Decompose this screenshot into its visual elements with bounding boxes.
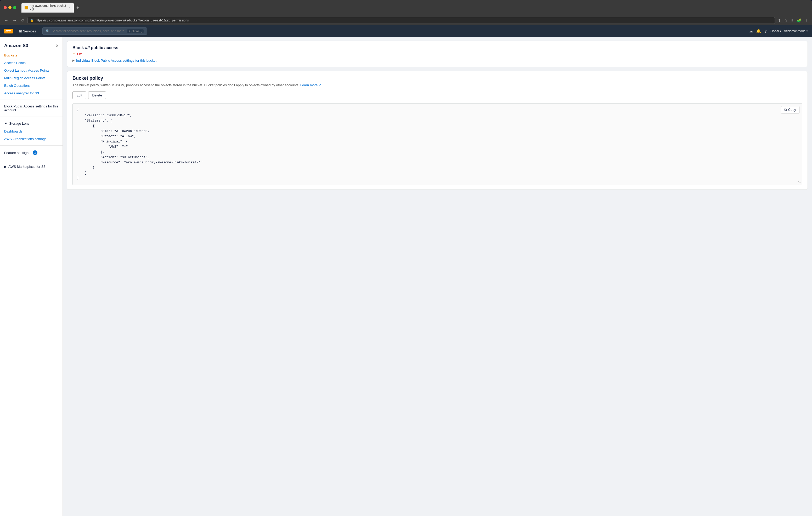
bucket-policy-actions: Edit Delete [72, 91, 802, 99]
header-right-actions: ☁ 🔔 ? Global ▾ thisismahmoud ▾ [749, 29, 808, 33]
tab-close-icon[interactable]: × [69, 6, 70, 9]
block-public-access-card: Block all public access ⚠ Off ▶ Individu… [67, 41, 808, 67]
search-icon: 🔍 [46, 29, 50, 33]
forward-button[interactable]: → [11, 17, 18, 24]
sidebar-storage-lens-items: Dashboards AWS Organizations settings [0, 127, 62, 143]
copy-icon: ⧉ [784, 108, 787, 112]
sidebar-item-access-points[interactable]: Access Points [0, 59, 62, 67]
storage-lens-arrow: ▼ [4, 122, 7, 125]
sidebar-divider-4 [0, 160, 62, 160]
edit-button[interactable]: Edit [72, 91, 86, 99]
maximize-dot[interactable] [13, 6, 16, 9]
sidebar-storage-lens-header[interactable]: ▼ Storage Lens [0, 119, 62, 127]
json-editor-container: ⧉ Copy { "Version": "2008-10-17", "State… [72, 103, 802, 185]
bucket-policy-body: Bucket policy The bucket policy, written… [67, 71, 808, 189]
services-label: Services [23, 29, 36, 33]
bookmark-icon[interactable]: ☆ [783, 18, 788, 23]
nav-icon-group: ⬆ ☆ ⬇ 🧩 ⋮ [777, 18, 809, 23]
sidebar-item-aws-org[interactable]: AWS Organizations settings [0, 135, 62, 143]
sidebar-aws-marketplace[interactable]: ▶ AWS Marketplace for S3 [0, 162, 62, 171]
expand-label: Individual Block Public Access settings … [76, 59, 156, 62]
sidebar-item-object-lambda[interactable]: Object Lambda Access Points [0, 67, 62, 74]
sidebar-close-button[interactable]: × [56, 43, 58, 48]
block-all-em: all [85, 45, 90, 50]
new-tab-button[interactable]: + [75, 5, 80, 10]
sidebar-divider-1 [0, 99, 62, 100]
refresh-button[interactable]: ↻ [20, 17, 25, 24]
download-icon[interactable]: ⬇ [790, 18, 794, 23]
warning-icon: ⚠ [72, 52, 76, 56]
individual-expand-button[interactable]: ▶ Individual Block Public Access setting… [72, 59, 802, 62]
sidebar-title-row: Amazon S3 × [0, 41, 62, 52]
block-public-access-body: Block all public access ⚠ Off ▶ Individu… [67, 41, 808, 67]
region-chevron: ▾ [780, 29, 781, 33]
region-selector[interactable]: Global ▾ [770, 29, 781, 33]
sidebar-item-block-public-access[interactable]: Block Public Access settings for this ac… [0, 102, 62, 114]
search-input[interactable] [52, 29, 125, 33]
learn-more-link[interactable]: Learn more ↗ [300, 83, 321, 87]
copy-button[interactable]: ⧉ Copy [781, 106, 800, 114]
storage-lens-label: Storage Lens [9, 122, 29, 125]
tab-favicon [25, 6, 28, 9]
search-shortcut: [Option+S] [127, 29, 143, 33]
url-text: https://s3.console.aws.amazon.com/s3/buc… [36, 19, 189, 22]
user-label: thisismahmoud [784, 29, 806, 33]
bucket-policy-description: The bucket policy, written in JSON, prov… [72, 83, 802, 88]
copy-label: Copy [788, 108, 796, 112]
aws-logo: aws [4, 29, 13, 33]
external-link-icon: ↗ [319, 83, 321, 87]
delete-button[interactable]: Delete [88, 91, 106, 99]
resize-handle-icon[interactable]: ⤡ [798, 180, 801, 184]
sidebar: Amazon S3 × Buckets Access Points Object… [0, 37, 63, 516]
block-public-access-title: Block all public access [72, 45, 802, 50]
back-button[interactable]: ← [3, 17, 9, 24]
close-dot[interactable] [4, 6, 7, 9]
sidebar-navigation: Buckets Access Points Object Lambda Acce… [0, 52, 62, 97]
status-label: Off [77, 52, 82, 56]
aws-marketplace-arrow: ▶ [4, 165, 7, 169]
active-tab[interactable]: my-awesome-links-bucket - S × [22, 3, 74, 12]
url-bar[interactable]: 🔒 https://s3.console.aws.amazon.com/s3/b… [27, 17, 775, 24]
sidebar-divider-2 [0, 117, 62, 117]
region-label: Global [770, 29, 779, 33]
aws-header: aws ⊞ Services 🔍 [Option+S] ☁ 🔔 ? Global… [0, 25, 812, 37]
user-chevron: ▾ [806, 29, 808, 33]
sidebar-item-buckets[interactable]: Buckets [0, 52, 62, 59]
extension-icon[interactable]: 🧩 [796, 18, 802, 23]
sidebar-item-access-analyzer[interactable]: Access analyzer for S3 [0, 89, 62, 97]
help-icon[interactable]: ? [764, 29, 766, 33]
cloud-icon[interactable]: ☁ [749, 29, 753, 33]
expand-arrow-icon: ▶ [72, 59, 75, 62]
services-button[interactable]: ⊞ Services [17, 28, 38, 34]
sidebar-feature-spotlight[interactable]: Feature spotlight 3 [0, 148, 62, 157]
aws-search-bar[interactable]: 🔍 [Option+S] [42, 27, 147, 35]
sidebar-item-batch-operations[interactable]: Batch Operations [0, 82, 62, 89]
menu-icon[interactable]: ⋮ [804, 18, 809, 23]
bucket-policy-title: Bucket policy [72, 75, 802, 81]
navbar: ← → ↻ 🔒 https://s3.console.aws.amazon.co… [0, 15, 812, 25]
feature-spotlight-badge: 3 [33, 150, 37, 155]
aws-marketplace-label: AWS Marketplace for S3 [8, 165, 46, 169]
main-content: Block all public access ⚠ Off ▶ Individu… [63, 37, 812, 516]
lock-icon: 🔒 [30, 19, 34, 22]
share-icon[interactable]: ⬆ [777, 18, 782, 23]
tab-title: my-awesome-links-bucket - S [30, 4, 66, 11]
user-menu[interactable]: thisismahmoud ▾ [784, 29, 808, 33]
tab-bar: my-awesome-links-bucket - S × + [22, 3, 80, 12]
sidebar-item-multi-region[interactable]: Multi-Region Access Points [0, 74, 62, 82]
sidebar-item-dashboards[interactable]: Dashboards [0, 127, 62, 135]
minimize-dot[interactable] [8, 6, 11, 9]
sidebar-divider-3 [0, 145, 62, 146]
bucket-policy-card: Bucket policy The bucket policy, written… [67, 71, 808, 190]
sidebar-title-text: Amazon S3 [4, 43, 28, 48]
feature-spotlight-label: Feature spotlight [4, 151, 30, 155]
main-layout: Amazon S3 × Buckets Access Points Object… [0, 37, 812, 516]
block-access-status: ⚠ Off [72, 52, 802, 56]
bell-icon[interactable]: 🔔 [756, 29, 761, 33]
aws-logo-text: aws [4, 29, 13, 33]
window-controls [4, 6, 16, 9]
content-inner: Block all public access ⚠ Off ▶ Individu… [63, 37, 812, 198]
grid-icon: ⊞ [19, 29, 22, 33]
json-content[interactable]: { "Version": "2008-10-17", "Statement": … [73, 103, 802, 185]
